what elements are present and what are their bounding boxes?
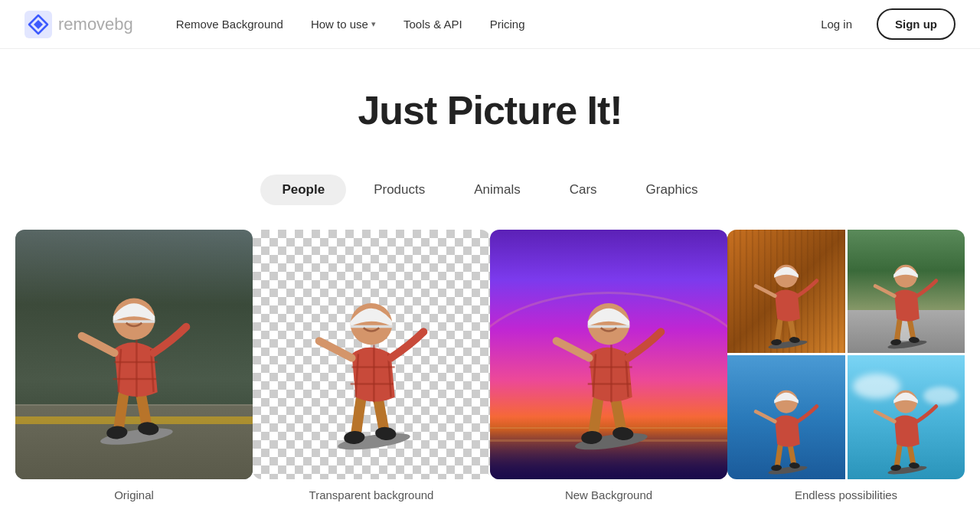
image-gallery: Original — [0, 230, 980, 508]
logo-text: removebg — [58, 15, 133, 34]
login-button[interactable]: Log in — [805, 11, 867, 37]
tab-cars[interactable]: Cars — [548, 175, 619, 205]
signup-button[interactable]: Sign up — [877, 8, 956, 40]
gallery-image-new-bg — [490, 230, 727, 479]
gallery-label-original: Original — [114, 488, 154, 508]
nav-tools-api[interactable]: Tools & API — [391, 11, 475, 37]
nav-right: Log in Sign up — [805, 8, 956, 40]
nav-remove-background[interactable]: Remove Background — [164, 11, 296, 37]
gallery-item-original: Original — [15, 230, 253, 508]
nav-how-to-use[interactable]: How to use ▾ — [299, 11, 388, 37]
gallery-image-transparent — [253, 230, 490, 479]
gallery-image-original — [15, 230, 253, 479]
gallery-label-endless: Endless possibilities — [795, 488, 897, 508]
gallery-item-new-bg: New Background — [490, 230, 727, 508]
category-tabs: People Products Animals Cars Graphics — [0, 175, 980, 205]
gallery-label-new-bg: New Background — [565, 488, 652, 508]
chevron-down-icon: ▾ — [371, 19, 376, 29]
gallery-item-transparent: Transparent background — [253, 230, 490, 508]
tab-graphics[interactable]: Graphics — [625, 175, 720, 205]
hero-title: Just Picture It! — [15, 87, 965, 133]
gallery-item-endless: Endless possibilities — [727, 230, 965, 508]
navbar: removebg Remove Background How to use ▾ … — [0, 0, 980, 49]
tab-people[interactable]: People — [260, 175, 346, 205]
gallery-image-endless — [727, 230, 965, 479]
nav-pricing[interactable]: Pricing — [478, 11, 537, 37]
hero-section: Just Picture It! — [0, 49, 980, 156]
tab-products[interactable]: Products — [352, 175, 446, 205]
gallery-label-transparent: Transparent background — [309, 488, 434, 508]
logo[interactable]: removebg — [24, 11, 133, 38]
tab-animals[interactable]: Animals — [452, 175, 541, 205]
nav-links: Remove Background How to use ▾ Tools & A… — [164, 11, 805, 37]
